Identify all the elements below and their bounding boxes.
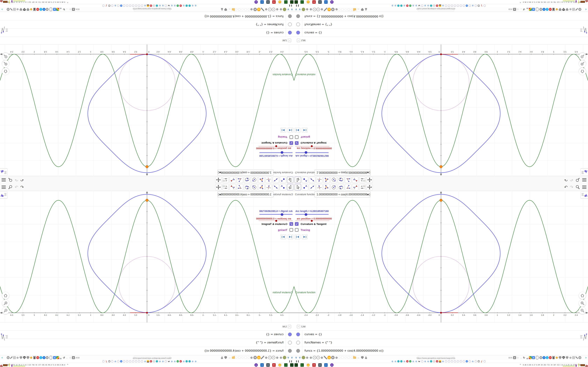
algebra-row-funcs[interactable]: funcs = {1.000000000000 + cos(4.00000000… bbox=[294, 347, 588, 355]
angle-tool-button[interactable]: α bbox=[345, 184, 351, 190]
input-help-toggle[interactable] bbox=[1, 25, 8, 34]
mouse-icon[interactable] bbox=[536, 356, 538, 359]
circle-tool-button[interactable] bbox=[251, 177, 257, 183]
f-favicon[interactable]: f bbox=[105, 5, 107, 7]
move-view-tool-button[interactable] bbox=[215, 184, 222, 190]
tracing-checkbox[interactable] bbox=[295, 135, 299, 139]
google-favicon[interactable]: G bbox=[472, 5, 474, 7]
pencil-icon[interactable] bbox=[529, 356, 532, 359]
ellipse-tool-button[interactable] bbox=[244, 177, 250, 183]
line-tool-button[interactable] bbox=[273, 177, 279, 183]
globe-icon[interactable]: ⊕ bbox=[309, 356, 312, 359]
google-favicon[interactable]: G bbox=[171, 5, 173, 7]
teal-favicon[interactable] bbox=[400, 360, 403, 362]
star-icon[interactable]: ☆ bbox=[516, 356, 519, 359]
bin-shield-icon[interactable]: ▯ bbox=[559, 356, 562, 359]
move-tool-button[interactable] bbox=[295, 177, 301, 183]
slider-tool-button[interactable]: a = 2 bbox=[222, 184, 229, 190]
arc-length-slider[interactable] bbox=[259, 152, 293, 153]
record-red-icon[interactable]: ICP bbox=[36, 8, 39, 11]
visibility-marble-funcNames[interactable] bbox=[296, 23, 300, 26]
graphics-view[interactable]: -2.4-2.2-2-1.8-1.6-1.4-1.2-1-0.8-0.6-0.4… bbox=[0, 191, 294, 322]
google-favicon[interactable]: G bbox=[394, 5, 397, 7]
translate-badge-icon[interactable]: A bbox=[513, 356, 516, 359]
trash-icon[interactable] bbox=[34, 8, 35, 10]
y-shield-icon[interactable]: Y bbox=[290, 8, 294, 11]
translate-icon[interactable]: A bbox=[53, 356, 56, 359]
collapse-list-button[interactable]: − bbox=[288, 325, 291, 328]
shield-gray-icon[interactable] bbox=[20, 8, 22, 11]
flower-favicon[interactable] bbox=[469, 5, 471, 7]
zoom-in-button[interactable] bbox=[2, 60, 9, 67]
google-favicon[interactable]: G bbox=[144, 5, 146, 7]
browser-tab[interactable]: https://www.geogebra.org/classic/aagcxh3… bbox=[134, 7, 171, 11]
skip-to-end-button[interactable] bbox=[302, 234, 307, 239]
tracing-checkbox[interactable] bbox=[289, 228, 293, 232]
firefox-icon[interactable] bbox=[328, 8, 331, 11]
search-icon[interactable] bbox=[575, 178, 580, 182]
record-red-icon[interactable]: ICP bbox=[549, 356, 552, 359]
yandex-favicon[interactable]: Я bbox=[406, 360, 408, 362]
arc-position-slider-thumb[interactable] bbox=[275, 220, 277, 222]
wikipedia-favicon[interactable]: W bbox=[168, 360, 170, 362]
frog-favicon[interactable]: v bbox=[409, 5, 411, 7]
firefox-task-icon[interactable] bbox=[306, 363, 310, 367]
menu-icon[interactable] bbox=[582, 185, 587, 189]
globe-icon[interactable]: ⊕ bbox=[305, 356, 309, 359]
reflect-tool-button[interactable] bbox=[230, 184, 236, 190]
angle-tool-button[interactable]: α bbox=[237, 184, 243, 190]
expand-monitor-icon[interactable]: ^ bbox=[520, 364, 521, 366]
visibility-marble-funcNames[interactable] bbox=[296, 341, 300, 344]
slider-tool-button[interactable]: a = 2 bbox=[359, 184, 366, 190]
zoom-out-button[interactable] bbox=[579, 53, 586, 60]
flower-favicon[interactable] bbox=[460, 360, 462, 362]
globe-icon[interactable]: ⊕ bbox=[309, 8, 312, 11]
puzzle-icon[interactable] bbox=[572, 356, 575, 359]
skip-to-start-button[interactable] bbox=[288, 234, 293, 239]
google-favicon[interactable]: G bbox=[427, 360, 429, 362]
point-tool-button[interactable]: A bbox=[280, 184, 286, 190]
algebra-row-curves[interactable]: curves = {} bbox=[294, 330, 588, 339]
shield-icon[interactable] bbox=[224, 8, 227, 11]
arc-position-slider-thumb[interactable] bbox=[311, 220, 313, 222]
expand-monitor-icon[interactable]: ^ bbox=[520, 1, 521, 3]
arc-length-slider-thumb[interactable] bbox=[305, 151, 307, 154]
flower-favicon[interactable] bbox=[475, 360, 477, 362]
move-view-tool-button[interactable] bbox=[366, 177, 373, 183]
zoom-in-button[interactable] bbox=[2, 300, 9, 307]
teal-favicon[interactable] bbox=[185, 360, 188, 362]
mouse-icon[interactable] bbox=[536, 8, 538, 11]
visibility-marble-funcs[interactable] bbox=[288, 14, 292, 18]
algebra-row-funcs[interactable]: funcs = {1.000000000000 + cos(4.00000000… bbox=[294, 12, 588, 20]
reload-icon[interactable]: ↻ bbox=[62, 8, 65, 11]
gear-icon[interactable] bbox=[253, 8, 257, 11]
arc-length-slider[interactable] bbox=[259, 214, 293, 215]
reflect-tool-button[interactable] bbox=[230, 177, 236, 183]
point-tool-button[interactable]: A bbox=[302, 184, 308, 190]
arc-position-point[interactable] bbox=[440, 312, 442, 314]
visibility-marble-curves[interactable] bbox=[296, 31, 300, 34]
uo-badge-icon[interactable]: uo bbox=[562, 356, 565, 359]
google-favicon[interactable]: G bbox=[114, 360, 116, 362]
download-icon[interactable]: ↓ bbox=[526, 356, 529, 359]
line-tool-button[interactable] bbox=[309, 177, 315, 183]
zoom-out-button[interactable] bbox=[579, 307, 586, 314]
circle-tool-button[interactable] bbox=[331, 177, 337, 183]
google-favicon[interactable]: G bbox=[472, 360, 474, 362]
wrench-icon[interactable] bbox=[575, 8, 578, 11]
undo-icon[interactable]: ↶ bbox=[564, 178, 568, 182]
add-blue-icon[interactable]: + bbox=[43, 356, 45, 359]
y-shield-icon[interactable]: Y bbox=[290, 356, 294, 359]
input-help-toggle[interactable] bbox=[580, 333, 587, 342]
folder-icon[interactable] bbox=[232, 357, 235, 359]
pencil-icon[interactable] bbox=[56, 8, 59, 11]
yandex-favicon[interactable]: Я bbox=[150, 5, 152, 7]
globe-orange-icon[interactable]: ⊕ bbox=[30, 8, 33, 11]
uo-badge-icon[interactable]: uo bbox=[23, 356, 26, 359]
visibility-marble-funcs[interactable] bbox=[288, 349, 292, 353]
arc-position-slider-thumb[interactable] bbox=[311, 145, 313, 147]
camera-icon[interactable] bbox=[318, 363, 322, 367]
teal-favicon[interactable] bbox=[189, 360, 191, 362]
point-tool-button[interactable]: A bbox=[302, 177, 308, 183]
camera-icon[interactable] bbox=[266, 0, 270, 4]
